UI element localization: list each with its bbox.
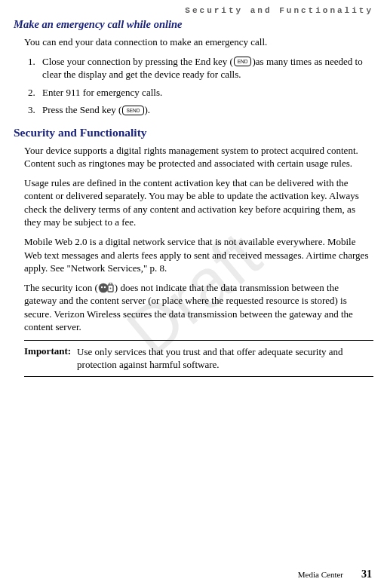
page-footer: Media Center 31: [298, 568, 372, 580]
end-key-icon: END: [234, 57, 252, 66]
security-title: Security and Functionality: [14, 126, 373, 139]
important-block: Important: Use only services that you tr…: [24, 340, 373, 377]
security-icon-para: The security icon () does not indicate t…: [24, 281, 373, 334]
running-header: Security and Functionality: [14, 6, 373, 15]
security-para-2: Usage rules are defined in the content a…: [24, 176, 373, 229]
security-para-3: Mobile Web 2.0 is a digital network serv…: [24, 235, 373, 275]
security-lock-icon: [98, 283, 115, 293]
svg-point-0: [99, 283, 109, 292]
svg-point-2: [104, 286, 106, 287]
step-3: Press the Send key (SEND).: [38, 103, 373, 117]
emergency-steps: Close your connection by pressing the En…: [24, 55, 373, 117]
step-1-pre: Close your connection by pressing the En…: [42, 56, 233, 67]
step-2: Enter 911 for emergency calls.: [38, 86, 373, 100]
step-1: Close your connection by pressing the En…: [38, 55, 373, 81]
footer-section: Media Center: [298, 570, 343, 579]
step-3-pre: Press the Send key (: [42, 104, 121, 115]
emergency-title: Make an emergency call while online: [14, 18, 373, 31]
svg-point-1: [101, 286, 103, 287]
important-label: Important:: [24, 345, 71, 372]
footer-page-number: 31: [361, 568, 372, 580]
emergency-intro: You can end your data connection to make…: [24, 35, 373, 49]
security-para-1: Your device supports a digital rights ma…: [24, 144, 373, 170]
send-key-icon: SEND: [122, 106, 143, 115]
important-text: Use only services that you trust and tha…: [77, 345, 373, 372]
step-2-text: Enter 911 for emergency calls.: [42, 87, 162, 98]
step-3-post: ).: [145, 104, 151, 115]
sec-icon-pre: The security icon (: [24, 282, 98, 293]
svg-point-4: [109, 287, 111, 289]
